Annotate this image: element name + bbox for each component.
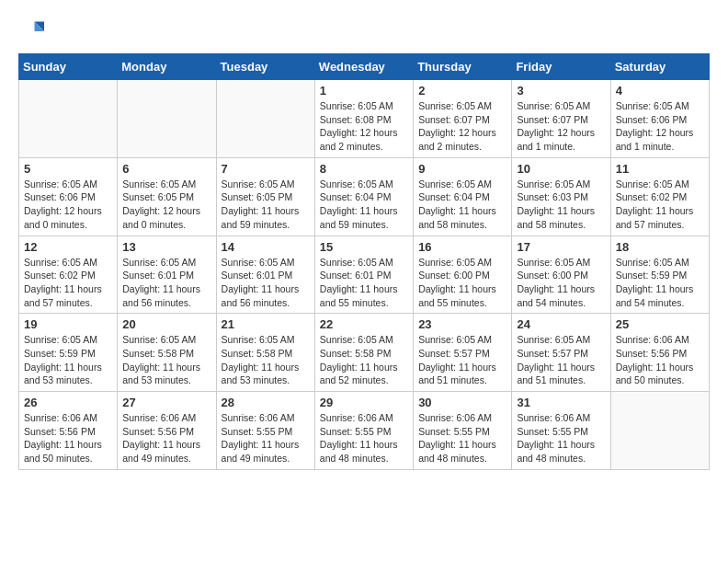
day-number: 2 (418, 84, 506, 98)
calendar-cell: 20Sunrise: 6:05 AM Sunset: 5:58 PM Dayli… (118, 314, 216, 392)
day-number: 1 (320, 84, 408, 98)
day-number: 24 (517, 317, 605, 331)
day-number: 25 (616, 317, 704, 331)
day-number: 28 (222, 396, 310, 409)
day-info: Sunrise: 6:05 AM Sunset: 6:01 PM Dayligh… (320, 256, 408, 310)
weekday-header-row: SundayMondayTuesdayWednesdayThursdayFrid… (19, 54, 710, 80)
day-number: 15 (320, 240, 408, 254)
day-info: Sunrise: 6:05 AM Sunset: 5:59 PM Dayligh… (616, 256, 704, 310)
calendar-cell: 3Sunrise: 6:05 AM Sunset: 6:07 PM Daylig… (512, 80, 610, 158)
calendar-cell: 9Sunrise: 6:05 AM Sunset: 6:04 PM Daylig… (414, 157, 512, 236)
page-header (18, 18, 710, 44)
calendar-cell: 1Sunrise: 6:05 AM Sunset: 6:08 PM Daylig… (314, 80, 413, 158)
week-row-2: 5Sunrise: 6:05 AM Sunset: 6:06 PM Daylig… (19, 157, 710, 236)
day-number: 10 (517, 162, 605, 176)
calendar-cell: 7Sunrise: 6:05 AM Sunset: 6:05 PM Daylig… (216, 157, 314, 236)
calendar-cell: 17Sunrise: 6:05 AM Sunset: 6:00 PM Dayli… (512, 236, 610, 314)
calendar-cell: 28Sunrise: 6:06 AM Sunset: 5:55 PM Dayli… (216, 392, 314, 470)
calendar-cell (610, 392, 709, 470)
weekday-header-saturday: Saturday (610, 54, 709, 80)
calendar-cell: 24Sunrise: 6:05 AM Sunset: 5:57 PM Dayli… (512, 314, 610, 392)
calendar-cell: 27Sunrise: 6:06 AM Sunset: 5:56 PM Dayli… (118, 392, 216, 470)
weekday-header-tuesday: Tuesday (216, 54, 314, 80)
day-number: 19 (24, 317, 112, 331)
day-info: Sunrise: 6:06 AM Sunset: 5:55 PM Dayligh… (517, 411, 605, 465)
day-info: Sunrise: 6:06 AM Sunset: 5:56 PM Dayligh… (122, 411, 210, 465)
day-info: Sunrise: 6:06 AM Sunset: 5:55 PM Dayligh… (222, 411, 310, 465)
logo (18, 18, 48, 44)
calendar-cell: 10Sunrise: 6:05 AM Sunset: 6:03 PM Dayli… (512, 157, 610, 236)
day-info: Sunrise: 6:05 AM Sunset: 5:57 PM Dayligh… (517, 333, 605, 387)
day-info: Sunrise: 6:06 AM Sunset: 5:56 PM Dayligh… (24, 411, 112, 465)
calendar-cell: 26Sunrise: 6:06 AM Sunset: 5:56 PM Dayli… (19, 392, 118, 470)
day-number: 17 (517, 240, 605, 254)
day-number: 5 (24, 162, 112, 176)
day-info: Sunrise: 6:05 AM Sunset: 6:02 PM Dayligh… (616, 178, 704, 232)
day-number: 6 (122, 162, 210, 176)
day-info: Sunrise: 6:05 AM Sunset: 6:00 PM Dayligh… (418, 256, 506, 310)
logo-icon (18, 18, 44, 44)
calendar-cell: 18Sunrise: 6:05 AM Sunset: 5:59 PM Dayli… (610, 236, 709, 314)
day-info: Sunrise: 6:05 AM Sunset: 6:08 PM Dayligh… (320, 99, 408, 154)
day-number: 18 (616, 240, 704, 254)
calendar-cell: 14Sunrise: 6:05 AM Sunset: 6:01 PM Dayli… (216, 236, 314, 314)
day-info: Sunrise: 6:05 AM Sunset: 6:05 PM Dayligh… (222, 178, 310, 232)
day-number: 12 (24, 240, 112, 254)
calendar-cell (19, 80, 118, 158)
week-row-4: 19Sunrise: 6:05 AM Sunset: 5:59 PM Dayli… (19, 314, 710, 392)
day-number: 27 (122, 396, 210, 409)
calendar-cell (216, 80, 314, 158)
week-row-5: 26Sunrise: 6:06 AM Sunset: 5:56 PM Dayli… (19, 392, 710, 470)
day-number: 31 (517, 396, 605, 409)
day-info: Sunrise: 6:05 AM Sunset: 6:04 PM Dayligh… (418, 178, 506, 232)
calendar-cell: 2Sunrise: 6:05 AM Sunset: 6:07 PM Daylig… (414, 80, 512, 158)
day-number: 20 (122, 317, 210, 331)
day-info: Sunrise: 6:05 AM Sunset: 6:02 PM Dayligh… (24, 256, 112, 310)
day-number: 29 (320, 396, 408, 409)
weekday-header-sunday: Sunday (19, 54, 118, 80)
day-number: 23 (418, 317, 506, 331)
day-number: 30 (418, 396, 506, 409)
day-info: Sunrise: 6:05 AM Sunset: 6:01 PM Dayligh… (222, 256, 310, 310)
day-info: Sunrise: 6:06 AM Sunset: 5:56 PM Dayligh… (616, 333, 704, 387)
calendar-cell: 19Sunrise: 6:05 AM Sunset: 5:59 PM Dayli… (19, 314, 118, 392)
calendar-cell: 16Sunrise: 6:05 AM Sunset: 6:00 PM Dayli… (414, 236, 512, 314)
day-number: 3 (517, 84, 605, 98)
calendar-cell: 15Sunrise: 6:05 AM Sunset: 6:01 PM Dayli… (314, 236, 413, 314)
day-info: Sunrise: 6:05 AM Sunset: 6:01 PM Dayligh… (122, 256, 210, 310)
weekday-header-thursday: Thursday (414, 54, 512, 80)
weekday-header-friday: Friday (512, 54, 610, 80)
day-number: 8 (320, 162, 408, 176)
calendar-cell: 13Sunrise: 6:05 AM Sunset: 6:01 PM Dayli… (118, 236, 216, 314)
calendar-cell: 4Sunrise: 6:05 AM Sunset: 6:06 PM Daylig… (610, 80, 709, 158)
day-info: Sunrise: 6:06 AM Sunset: 5:55 PM Dayligh… (320, 411, 408, 465)
calendar-cell: 22Sunrise: 6:05 AM Sunset: 5:58 PM Dayli… (314, 314, 413, 392)
calendar-cell: 21Sunrise: 6:05 AM Sunset: 5:58 PM Dayli… (216, 314, 314, 392)
calendar-table: SundayMondayTuesdayWednesdayThursdayFrid… (18, 53, 710, 470)
day-info: Sunrise: 6:05 AM Sunset: 5:58 PM Dayligh… (320, 333, 408, 387)
calendar-cell: 11Sunrise: 6:05 AM Sunset: 6:02 PM Dayli… (610, 157, 709, 236)
calendar-cell (118, 80, 216, 158)
day-info: Sunrise: 6:05 AM Sunset: 6:06 PM Dayligh… (24, 178, 112, 232)
day-info: Sunrise: 6:05 AM Sunset: 5:59 PM Dayligh… (24, 333, 112, 387)
day-info: Sunrise: 6:05 AM Sunset: 5:58 PM Dayligh… (222, 333, 310, 387)
calendar-cell: 31Sunrise: 6:06 AM Sunset: 5:55 PM Dayli… (512, 392, 610, 470)
calendar-cell: 8Sunrise: 6:05 AM Sunset: 6:04 PM Daylig… (314, 157, 413, 236)
day-info: Sunrise: 6:05 AM Sunset: 6:06 PM Dayligh… (616, 99, 704, 154)
week-row-1: 1Sunrise: 6:05 AM Sunset: 6:08 PM Daylig… (19, 80, 710, 158)
day-number: 11 (616, 162, 704, 176)
day-info: Sunrise: 6:05 AM Sunset: 6:03 PM Dayligh… (517, 178, 605, 232)
calendar-cell: 29Sunrise: 6:06 AM Sunset: 5:55 PM Dayli… (314, 392, 413, 470)
calendar-cell: 25Sunrise: 6:06 AM Sunset: 5:56 PM Dayli… (610, 314, 709, 392)
day-number: 7 (222, 162, 310, 176)
day-info: Sunrise: 6:06 AM Sunset: 5:55 PM Dayligh… (418, 411, 506, 465)
day-info: Sunrise: 6:05 AM Sunset: 6:05 PM Dayligh… (122, 178, 210, 232)
day-info: Sunrise: 6:05 AM Sunset: 6:04 PM Dayligh… (320, 178, 408, 232)
calendar-cell: 12Sunrise: 6:05 AM Sunset: 6:02 PM Dayli… (19, 236, 118, 314)
day-info: Sunrise: 6:05 AM Sunset: 6:07 PM Dayligh… (517, 99, 605, 154)
day-info: Sunrise: 6:05 AM Sunset: 5:58 PM Dayligh… (122, 333, 210, 387)
day-info: Sunrise: 6:05 AM Sunset: 6:07 PM Dayligh… (418, 99, 506, 154)
weekday-header-wednesday: Wednesday (314, 54, 413, 80)
calendar-cell: 23Sunrise: 6:05 AM Sunset: 5:57 PM Dayli… (414, 314, 512, 392)
weekday-header-monday: Monday (118, 54, 216, 80)
